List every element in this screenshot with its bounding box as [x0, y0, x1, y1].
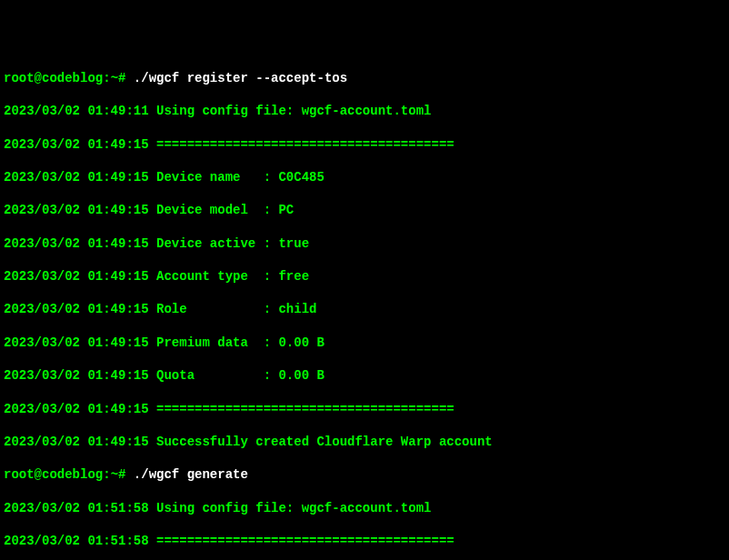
output-line: 2023/03/02 01:49:15 Device model : PC [4, 202, 725, 218]
prompt-hash: # [118, 467, 134, 482]
prompt-hash: # [118, 71, 134, 85]
command-text: ./wgcf register --accept-tos [134, 71, 347, 85]
prompt-sep: : [103, 71, 110, 85]
output-line: 2023/03/02 01:49:15 Account type : free [4, 268, 725, 285]
output-line: 2023/03/02 01:51:58 ====================… [4, 533, 725, 549]
output-line: 2023/03/02 01:49:15 ====================… [4, 136, 725, 153]
prompt-userhost: root@codeblog [4, 467, 103, 482]
output-line: 2023/03/02 01:49:15 Device name : C0C485 [4, 169, 725, 185]
output-line: 2023/03/02 01:51:58 Using config file: w… [4, 500, 725, 516]
output-line: 2023/03/02 01:49:15 Device active : true [4, 235, 725, 252]
output-line: 2023/03/02 01:49:15 ====================… [4, 401, 725, 417]
prompt-sep: : [103, 467, 110, 482]
prompt-path: ~ [111, 467, 118, 482]
output-line: 2023/03/02 01:49:11 Using config file: w… [4, 103, 725, 119]
prompt-userhost: root@codeblog [4, 71, 103, 85]
output-line: 2023/03/02 01:49:15 Successfully created… [4, 434, 725, 450]
output-line: 2023/03/02 01:49:15 Quota : 0.00 B [4, 367, 725, 384]
prompt-path: ~ [111, 71, 118, 85]
prompt-line-1[interactable]: root@codeblog:~# ./wgcf register --accep… [4, 70, 725, 86]
output-line: 2023/03/02 01:49:15 Role : child [4, 301, 725, 317]
command-text: ./wgcf generate [134, 467, 248, 482]
output-line: 2023/03/02 01:49:15 Premium data : 0.00 … [4, 335, 725, 351]
prompt-line-2[interactable]: root@codeblog:~# ./wgcf generate [4, 466, 725, 483]
